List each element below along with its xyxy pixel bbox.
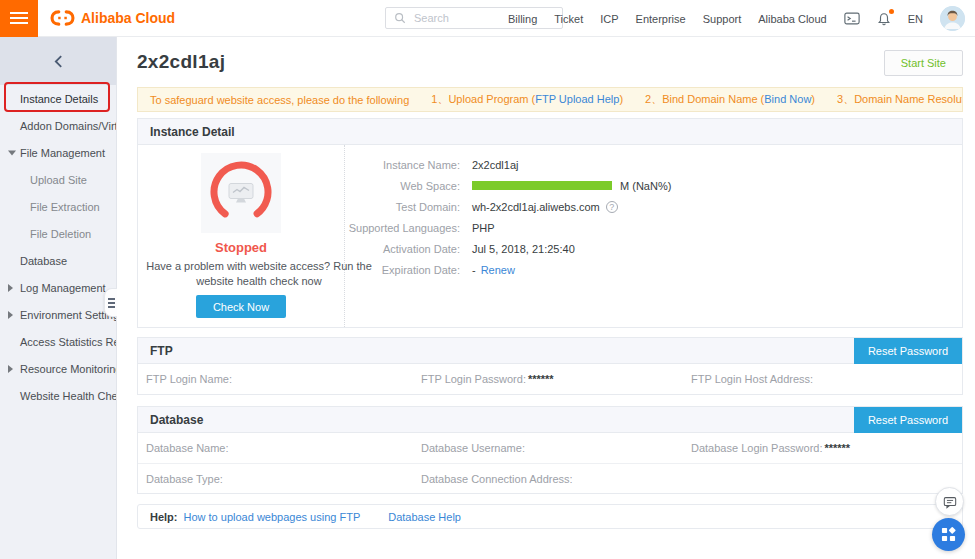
notification-bell-icon[interactable]: [877, 12, 891, 26]
help-question-icon[interactable]: ?: [606, 201, 618, 213]
bind-now-link[interactable]: Bind Now: [764, 93, 811, 105]
field-value: ******: [528, 373, 554, 385]
help-link-database[interactable]: Database Help: [388, 511, 461, 523]
panel-title: FTP: [150, 344, 173, 358]
database-reset-password-button[interactable]: Reset Password: [854, 407, 962, 433]
ftp-login-password-field: FTP Login Password:******: [421, 373, 691, 385]
banner-step-text: ): [619, 93, 623, 105]
field-label: FTP Login Password:: [421, 373, 526, 385]
search-icon: [394, 12, 406, 24]
sidebar-item-resource-monitoring[interactable]: Resource Monitoring: [0, 355, 116, 382]
nav-ticket[interactable]: Ticket: [554, 13, 583, 25]
sidebar-item-access-statistics[interactable]: Access Statistics Re...: [0, 328, 116, 355]
field-label: Database Username:: [421, 442, 525, 454]
sidebar-collapse-handle[interactable]: [104, 288, 117, 317]
sidebar-item-addon-domains[interactable]: Addon Domains/Virtua...: [0, 112, 116, 139]
sidebar-item-log-management[interactable]: Log Management: [0, 274, 116, 301]
console-apps-button[interactable]: [932, 518, 965, 551]
sidebar-back-button[interactable]: [0, 37, 116, 85]
caret-down-icon: [8, 150, 16, 155]
console-terminal-icon[interactable]: [844, 12, 860, 25]
ftp-panel: FTP Reset Password FTP Login Name: FTP L…: [137, 337, 963, 395]
field-label: Database Login Password:: [691, 442, 822, 454]
ftp-login-host-field: FTP Login Host Address:: [691, 373, 954, 385]
database-login-password-field: Database Login Password:******: [691, 442, 954, 454]
caret-right-icon: [8, 365, 13, 373]
banner-step-1: 1、Upload Program (FTP Upload Help): [431, 92, 623, 107]
caret-right-icon: [8, 311, 13, 319]
ftp-reset-password-button[interactable]: Reset Password: [854, 338, 962, 364]
language-selector[interactable]: EN: [908, 13, 923, 25]
renew-link[interactable]: Renew: [481, 264, 515, 276]
start-site-button[interactable]: Start Site: [884, 50, 963, 76]
web-space-value: M (NaN%): [620, 180, 671, 192]
sidebar-item-file-management[interactable]: File Management: [0, 139, 116, 166]
sidebar-item-label: Environment Settings: [20, 309, 116, 321]
info-row-instance-name: Instance Name: 2x2cdl1aj: [345, 158, 962, 171]
banner-step-text: 2、Bind Domain Name (: [645, 93, 764, 105]
banner-step-text: 1、Upload Program (: [431, 93, 535, 105]
hamburger-menu-button[interactable]: [0, 0, 38, 37]
banner-step-3: 3、Domain Name Resolution (View Resolutio…: [837, 92, 963, 107]
nav-support[interactable]: Support: [703, 13, 742, 25]
chevron-left-icon: [54, 55, 63, 68]
field-label: Supported Languages:: [345, 222, 460, 234]
top-header: Alibaba Cloud Billing Ticket ICP Enterpr…: [0, 0, 975, 37]
user-avatar[interactable]: [940, 6, 965, 31]
nav-alibaba-cloud[interactable]: Alibaba Cloud: [758, 13, 827, 25]
panel-title: Instance Detail: [150, 125, 235, 139]
instance-name-value: 2x2cdl1aj: [472, 159, 518, 171]
database-panel: Database Reset Password Database Name: D…: [137, 406, 963, 494]
sidebar-item-database[interactable]: Database: [0, 247, 116, 274]
nav-enterprise[interactable]: Enterprise: [636, 13, 686, 25]
sidebar-item-label: File Extraction: [30, 201, 100, 213]
status-badge: Stopped: [138, 240, 344, 255]
sidebar-item-label: File Deletion: [30, 228, 91, 240]
nav-icp[interactable]: ICP: [600, 13, 618, 25]
sidebar-item-label: Access Statistics Re...: [20, 336, 116, 348]
page-title: 2x2cdl1aj: [137, 51, 963, 73]
page-head: 2x2cdl1aj Start Site: [137, 37, 963, 87]
sidebar-item-file-extraction[interactable]: File Extraction: [0, 193, 116, 220]
info-row-test-domain: Test Domain: wh-2x2cdl1aj.aliwebs.com ?: [345, 200, 962, 213]
info-row-activation-date: Activation Date: Jul 5, 2018, 21:25:40: [345, 242, 962, 255]
database-fields-row-2: Database Type: Database Connection Addre…: [138, 463, 962, 493]
apps-grid-icon: [941, 527, 956, 542]
supported-languages-value: PHP: [472, 222, 495, 234]
sidebar-item-label: Upload Site: [30, 174, 87, 186]
database-type-field: Database Type:: [146, 473, 421, 485]
instance-status-column: Stopped Have a problem with website acce…: [138, 145, 345, 327]
sidebar-item-file-deletion[interactable]: File Deletion: [0, 220, 116, 247]
field-label: FTP Login Host Address:: [691, 373, 813, 385]
monitor-chart-icon: [228, 183, 254, 204]
field-label: Database Connection Address:: [421, 473, 573, 485]
ftp-upload-help-link[interactable]: FTP Upload Help: [535, 93, 619, 105]
field-label: Database Name:: [146, 442, 229, 454]
check-now-button[interactable]: Check Now: [196, 295, 286, 318]
field-label: Web Space:: [345, 180, 460, 192]
ftp-panel-header: FTP Reset Password: [138, 338, 962, 364]
ftp-login-name-field: FTP Login Name:: [146, 373, 421, 385]
sidebar-item-upload-site[interactable]: Upload Site: [0, 166, 116, 193]
info-row-expiration-date: Expiration Date: - Renew: [345, 263, 962, 276]
nav-billing[interactable]: Billing: [508, 13, 537, 25]
field-label: Expiration Date:: [345, 264, 460, 276]
banner-step-text: 3、Domain Name Resolution (: [837, 93, 963, 105]
sidebar-item-instance-details[interactable]: Instance Details: [0, 85, 116, 112]
field-label: Database Type:: [146, 473, 223, 485]
help-link-ftp-upload[interactable]: How to upload webpages using FTP: [184, 511, 361, 523]
alibaba-cloud-logo[interactable]: Alibaba Cloud: [50, 10, 175, 26]
expiration-date-value: -: [472, 264, 476, 276]
database-connection-address-field: Database Connection Address:: [421, 473, 691, 485]
help-label: Help:: [150, 511, 178, 523]
top-nav: Billing Ticket ICP Enterprise Support Al…: [508, 0, 965, 37]
field-label: FTP Login Name:: [146, 373, 232, 385]
sidebar-item-website-health-check[interactable]: Website Health Check: [0, 382, 116, 409]
feedback-chat-button[interactable]: [935, 487, 964, 516]
chat-bubble-icon: [943, 495, 957, 509]
logo-text: Alibaba Cloud: [81, 10, 175, 26]
sidebar-menu: Instance Details Addon Domains/Virtua...…: [0, 85, 116, 409]
alibaba-cloud-logo-icon: [50, 10, 75, 26]
sidebar-item-environment-settings[interactable]: Environment Settings: [0, 301, 116, 328]
database-fields-row-1: Database Name: Database Username: Databa…: [138, 433, 962, 463]
